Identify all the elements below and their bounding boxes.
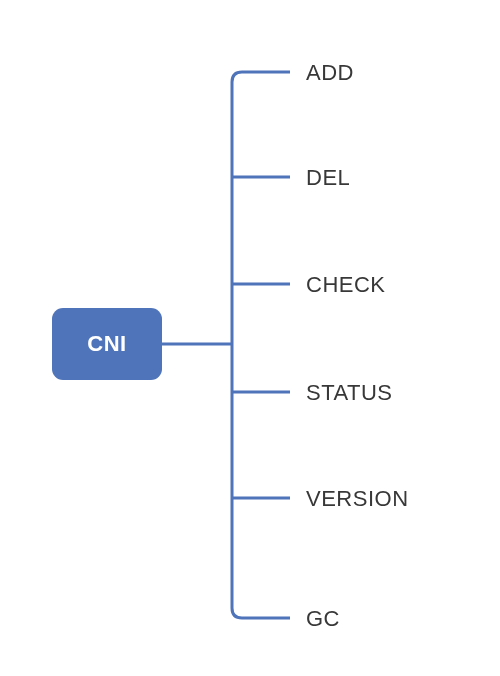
leaf-version: VERSION xyxy=(306,486,409,512)
leaf-check: CHECK xyxy=(306,272,386,298)
root-label: CNI xyxy=(87,331,126,357)
leaf-del: DEL xyxy=(306,165,350,191)
leaf-gc: GC xyxy=(306,606,340,632)
leaf-status: STATUS xyxy=(306,380,393,406)
cni-diagram: CNI ADD DEL CHECK STATUS VERSION GC xyxy=(0,0,500,676)
leaf-add: ADD xyxy=(306,60,354,86)
root-node-cni: CNI xyxy=(52,308,162,380)
